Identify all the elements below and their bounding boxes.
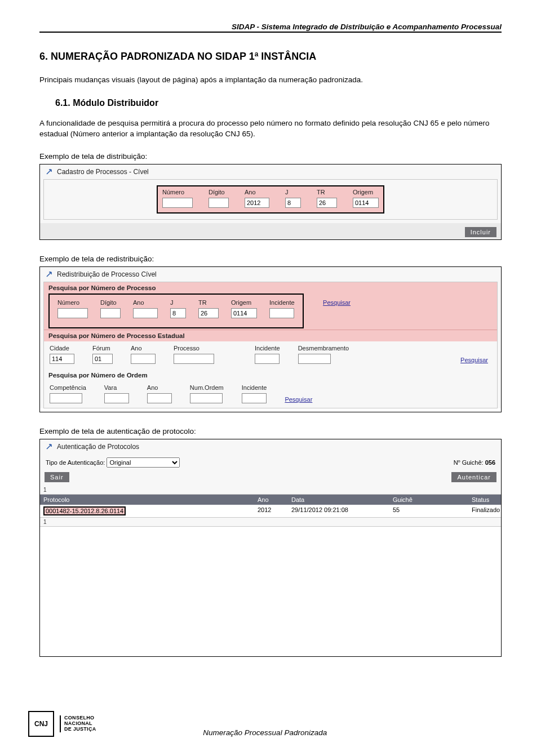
guiche-value: 056 <box>485 459 495 466</box>
autenticar-button[interactable]: Autenticar <box>451 472 496 482</box>
input-j[interactable] <box>285 198 301 208</box>
input-processo[interactable] <box>174 354 214 364</box>
panel2-title: Redistribuição de Processo Cível <box>57 270 157 278</box>
lbl-desmem: Desmembramento <box>298 345 349 352</box>
pesquisar-link-1[interactable]: Pesquisar <box>323 299 351 306</box>
lbl-origem: Origem <box>353 189 379 195</box>
cell-data: 29/11/2012 09:21:08 <box>288 505 389 517</box>
input-ano[interactable] <box>245 198 269 208</box>
incluir-button[interactable]: Incluir <box>465 227 496 237</box>
panel-autenticacao: Autenticação de Protocolos Tipo de Auten… <box>39 439 502 657</box>
subsection-text: A funcionalidade de pesquisa permitirá a… <box>39 118 502 140</box>
lbl-tr: TR <box>317 189 337 195</box>
pesq-num-ordem-header: Pesquisa por Número de Ordem <box>44 370 497 381</box>
lbl2-incidente: Incidente <box>269 299 295 306</box>
input-desmem[interactable] <box>298 354 331 364</box>
col-guiche: Guichê <box>389 495 468 505</box>
lbl-ano3: Ano <box>147 384 172 391</box>
input-comp[interactable] <box>50 393 82 403</box>
lbl2-numero: Número <box>57 299 88 306</box>
footer-title: Numeração Processual Padronizada <box>96 728 434 737</box>
lbl-cidade: Cidade <box>50 345 74 352</box>
page-indicator-bottom: 1 <box>40 517 501 527</box>
input-tr[interactable] <box>317 198 337 208</box>
input-cidade[interactable] <box>50 354 74 364</box>
input2-origem[interactable] <box>231 308 257 318</box>
input-origem[interactable] <box>353 198 379 208</box>
input2-j[interactable] <box>170 308 186 318</box>
col-ano: Ano <box>254 495 288 505</box>
lbl-processo: Processo <box>174 345 214 352</box>
pesquisar-link-3[interactable]: Pesquisar <box>285 396 312 403</box>
section-heading: 6. NUMERAÇÃO PADRONIZADA NO SIDAP 1ª INS… <box>39 51 502 63</box>
cnj-logo-mark: CNJ <box>28 711 54 737</box>
lbl2-digito: Dígito <box>100 299 121 306</box>
input-numero[interactable] <box>162 198 193 208</box>
input-digito[interactable] <box>209 198 229 208</box>
pesq-num-processo-header: Pesquisa por Número de Processo <box>44 282 497 293</box>
input-incidente2[interactable] <box>255 354 280 364</box>
input2-incidente[interactable] <box>269 308 294 318</box>
caption-redistribuicao: Exemplo de tela de redistribuição: <box>39 255 502 263</box>
pesquisar-link-2[interactable]: Pesquisar <box>460 357 488 364</box>
input2-tr[interactable] <box>198 308 219 318</box>
caption-autenticacao: Exemplo de tela de autenticação de proto… <box>39 427 502 435</box>
table-row[interactable]: 0001482-15.2012.8.26.0114 2012 29/11/201… <box>40 505 501 517</box>
blank-area <box>40 527 501 656</box>
col-data: Data <box>288 495 389 505</box>
tipo-autenticacao-label: Tipo de Autenticação: <box>46 459 105 466</box>
lbl2-origem: Origem <box>231 299 257 306</box>
panel-cadastro-processos: Cadastro de Processos - Cível Número Díg… <box>39 164 502 240</box>
expand-icon <box>46 271 52 278</box>
page-footer: CNJ CONSELHO NACIONAL DE JUSTIÇA Numeraç… <box>0 705 541 754</box>
lbl-numordem: Num.Ordem <box>190 384 224 391</box>
section-intro: Principais mudanças visuais (layout de p… <box>39 75 502 86</box>
cnj-logo: CNJ CONSELHO NACIONAL DE JUSTIÇA <box>28 711 96 737</box>
cell-status: Finalizado <box>468 505 503 517</box>
cell-ano: 2012 <box>254 505 288 517</box>
processo-cnj-highlight-2: Número Dígito Ano J TR Origem Incidente <box>48 293 304 328</box>
page-indicator-top: 1 <box>40 486 501 495</box>
logo-line3: DE JUSTIÇA <box>64 727 96 732</box>
panel-redistribuicao: Redistribuição de Processo Cível Pesquis… <box>39 266 502 412</box>
col-protocolo: Protocolo <box>40 495 254 505</box>
input2-numero[interactable] <box>57 308 88 318</box>
processo-cnj-highlight: Número Dígito Ano J TR Origem <box>157 185 384 214</box>
lbl-numero: Número <box>162 189 193 195</box>
lbl-comp: Competência <box>50 384 86 391</box>
tipo-autenticacao-select[interactable]: Original <box>107 457 180 468</box>
input-ano2[interactable] <box>131 354 156 364</box>
col-status: Status <box>468 495 501 505</box>
lbl-ano2: Ano <box>131 345 156 352</box>
input-incidente3[interactable] <box>242 393 267 403</box>
sair-button[interactable]: Sair <box>45 472 69 482</box>
subsection-heading: 6.1. Módulo Distribuidor <box>55 98 502 108</box>
lbl-ano: Ano <box>245 189 269 195</box>
input-ano3[interactable] <box>147 393 172 403</box>
pesq-num-estadual-header: Pesquisa por Número de Processo Estadual <box>44 330 497 341</box>
input2-digito[interactable] <box>100 308 121 318</box>
input-numordem[interactable] <box>190 393 223 403</box>
expand-icon <box>46 443 52 450</box>
expand-icon <box>46 168 52 175</box>
panel1-title: Cadastro de Processos - Cível <box>57 168 149 176</box>
lbl2-tr: TR <box>198 299 219 306</box>
panel1-title-bar: Cadastro de Processos - Cível <box>40 164 501 179</box>
caption-distribuicao: Exemplo de tela de distribuição: <box>39 152 502 161</box>
lbl2-ano: Ano <box>133 299 158 306</box>
input-vara[interactable] <box>104 393 129 403</box>
doc-header: SIDAP - Sistema Integrado de Distribuiçã… <box>39 23 502 33</box>
input-forum[interactable] <box>92 354 113 364</box>
lbl2-j: J <box>170 299 186 306</box>
panel3-title-bar: Autenticação de Protocolos <box>40 439 501 454</box>
cell-guiche: 55 <box>389 505 468 517</box>
lbl-forum: Fórum <box>92 345 113 352</box>
lbl-vara: Vara <box>104 384 129 391</box>
lbl-digito: Dígito <box>209 189 229 195</box>
lbl-incidente3: Incidente <box>242 384 267 391</box>
lbl-incidente2: Incidente <box>255 345 280 352</box>
lbl-j: J <box>285 189 301 195</box>
protocolo-table-header: Protocolo Ano Data Guichê Status <box>40 495 501 505</box>
protocolo-highlight: 0001482-15.2012.8.26.0114 <box>43 506 126 515</box>
input2-ano[interactable] <box>133 308 158 318</box>
